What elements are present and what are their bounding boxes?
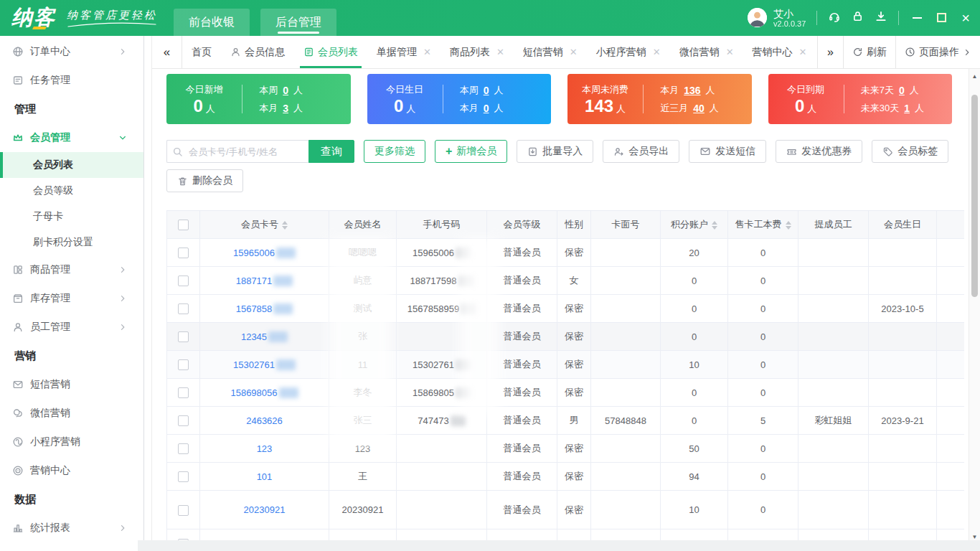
stat-detail-value[interactable]: 40 (693, 103, 705, 114)
sort-icon[interactable] (712, 221, 717, 230)
search-button[interactable]: 查询 (308, 140, 354, 163)
column-header-会员卡号[interactable]: 会员卡号 (200, 211, 329, 239)
tab-close-icon[interactable]: ✕ (423, 47, 431, 57)
tabs-collapse-button[interactable]: « (152, 36, 182, 68)
row-checkbox[interactable] (178, 276, 189, 286)
sidebar-item-商品管理[interactable]: 商品管理 (0, 255, 143, 284)
stat-detail-value[interactable]: 0 (899, 85, 905, 96)
tab-营销中心[interactable]: 营销中心✕ (743, 36, 816, 68)
sort-icon[interactable] (282, 221, 288, 230)
sidebar-item-微信营销[interactable]: 微信营销 (0, 399, 143, 428)
minimize-button[interactable] (913, 17, 922, 19)
refresh-button[interactable]: 刷新 (843, 36, 895, 68)
sidebar-item-小程序营销[interactable]: 小程序营销 (0, 428, 143, 456)
page-actions-button[interactable]: 页面操作 (895, 36, 980, 68)
add-member-button[interactable]: +新增会员 (435, 140, 507, 163)
scroll-down-arrow-icon[interactable]: ▼ (969, 534, 980, 540)
sidebar-item-数据分析[interactable]: 数据分析 (0, 542, 143, 551)
scrollbar-thumb[interactable] (971, 95, 978, 297)
row-checkbox[interactable] (178, 331, 189, 342)
sidebar-item-会员列表[interactable]: 会员列表 (0, 152, 143, 178)
member-card-link[interactable]: 101 (200, 463, 329, 491)
sidebar-item-统计报表[interactable]: 统计报表 (0, 514, 143, 542)
row-checkbox[interactable] (178, 415, 189, 426)
tab-会员列表[interactable]: 会员列表 (294, 36, 367, 68)
stat-detail-value[interactable]: 1 (904, 103, 910, 114)
member-card-link[interactable]: 15965006 (200, 239, 329, 267)
member-card-link[interactable]: 1567858 (200, 295, 329, 323)
member-card-link[interactable]: 158698056 (200, 379, 329, 407)
row-checkbox[interactable] (178, 471, 189, 482)
sidebar-item-会员等级[interactable]: 会员等级 (0, 178, 143, 204)
批量导入-button[interactable]: 批量导入 (517, 140, 593, 163)
content-horizontal-scrollbar[interactable] (138, 540, 980, 551)
download-icon[interactable] (875, 10, 887, 26)
sort-icon[interactable] (786, 221, 791, 230)
stat-detail-value[interactable]: 0 (283, 85, 288, 96)
row-checkbox[interactable] (178, 539, 189, 540)
发送短信-button[interactable]: 发送短信 (689, 140, 766, 163)
search-input[interactable] (166, 140, 308, 163)
sidebar-scrollbar-gutter[interactable] (143, 36, 152, 551)
发送优惠券-button[interactable]: 发送优惠券 (776, 140, 862, 163)
stat-detail-value[interactable]: 3 (283, 103, 288, 114)
delete-member-button[interactable]: 删除会员 (166, 169, 243, 192)
stat-card-本周未消费[interactable]: 本周未消费 143人 本月 136 人近三月 40 人 (567, 74, 752, 124)
select-all-checkbox[interactable] (178, 220, 189, 230)
tab-close-icon[interactable]: ✕ (653, 47, 661, 57)
stat-card-今日到期[interactable]: 今日到期 0人 未来7天 0 人未来30天 1 人 (768, 74, 953, 124)
会员标签-button[interactable]: 会员标签 (872, 140, 948, 163)
member-card-link[interactable]: 1887171 (200, 267, 329, 295)
close-button[interactable]: × (961, 11, 970, 25)
stat-detail-value[interactable]: 0 (484, 85, 489, 96)
member-card-link[interactable]: 12345 (200, 323, 329, 351)
nav-button-1[interactable]: 后台管理 (260, 9, 336, 36)
row-checkbox[interactable] (178, 443, 189, 454)
content-vertical-scrollbar[interactable]: ▲ ▼ (969, 69, 980, 540)
member-card-link[interactable]: 2463626 (200, 407, 329, 435)
tab-单据管理[interactable]: 单据管理✕ (367, 36, 440, 68)
sidebar-item-子母卡[interactable]: 子母卡 (0, 204, 143, 230)
sidebar-item-订单中心[interactable]: 订单中心 (0, 37, 143, 66)
会员导出-button[interactable]: 会员导出 (603, 140, 679, 163)
row-checkbox[interactable] (178, 387, 189, 398)
stat-card-今日新增[interactable]: 今日新增 0人 本周 0 人本月 3 人 (166, 74, 351, 124)
row-checkbox[interactable] (178, 505, 189, 516)
stat-detail-value[interactable]: 136 (684, 85, 700, 96)
stat-detail-value[interactable]: 0 (484, 103, 489, 114)
row-checkbox[interactable] (178, 359, 189, 370)
nav-button-0[interactable]: 前台收银 (174, 9, 250, 36)
row-checkbox[interactable] (178, 303, 189, 314)
tab-close-icon[interactable]: ✕ (496, 47, 504, 57)
sidebar-item-任务管理[interactable]: 任务管理 (0, 66, 143, 95)
member-card-link[interactable]: 123 (200, 435, 329, 463)
member-card-link[interactable]: 20230921 (200, 491, 329, 529)
maximize-button[interactable] (937, 13, 946, 22)
tab-会员信息[interactable]: 会员信息 (221, 36, 294, 68)
row-checkbox[interactable] (178, 248, 189, 258)
sidebar-item-营销中心[interactable]: 营销中心 (0, 456, 143, 485)
column-header-积分账户[interactable]: 积分账户 (661, 211, 728, 239)
lock-icon[interactable] (852, 10, 864, 25)
tab-微信营销[interactable]: 微信营销✕ (670, 36, 743, 68)
tab-首页[interactable]: 首页 (182, 36, 221, 68)
scroll-up-arrow-icon[interactable]: ▲ (969, 73, 980, 80)
tab-close-icon[interactable]: ✕ (726, 47, 734, 57)
avatar[interactable] (748, 8, 767, 27)
column-header-售卡工本费[interactable]: 售卡工本费 (728, 211, 798, 239)
tabs-expand-button[interactable]: » (817, 36, 843, 68)
tab-商品列表[interactable]: 商品列表✕ (440, 36, 514, 68)
more-filters-button[interactable]: 更多筛选 (364, 140, 425, 163)
sidebar-item-会员管理[interactable]: 会员管理 (0, 123, 143, 152)
sidebar-item-员工管理[interactable]: 员工管理 (0, 313, 143, 342)
stat-card-今日生日[interactable]: 今日生日 0人 本周 0 人本月 0 人 (367, 74, 552, 124)
tab-小程序营销[interactable]: 小程序营销✕ (587, 36, 670, 68)
member-card-link[interactable]: 15302761 (200, 351, 329, 379)
tab-close-icon[interactable]: ✕ (570, 47, 578, 57)
sidebar-item-刷卡积分设置[interactable]: 刷卡积分设置 (0, 230, 143, 255)
customer-service-icon[interactable] (828, 10, 841, 26)
sidebar-item-短信营销[interactable]: 短信营销 (0, 370, 143, 399)
tab-close-icon[interactable]: ✕ (799, 47, 807, 57)
sidebar-item-库存管理[interactable]: 库存管理 (0, 284, 143, 313)
tab-短信营销[interactable]: 短信营销✕ (514, 36, 587, 68)
